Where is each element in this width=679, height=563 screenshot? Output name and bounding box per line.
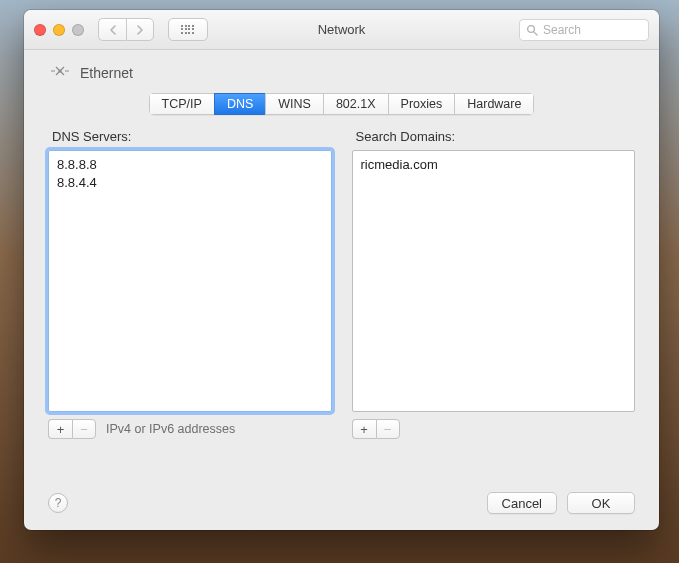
remove-search-domain-button[interactable]: − xyxy=(376,419,400,439)
tab-proxies[interactable]: Proxies xyxy=(388,93,455,115)
dns-servers-column: DNS Servers: 8.8.8.88.8.4.4 + − IPv4 or … xyxy=(48,129,332,440)
tab-wins[interactable]: WINS xyxy=(265,93,323,115)
help-button[interactable]: ? xyxy=(48,493,68,513)
svg-point-2 xyxy=(58,69,61,72)
remove-dns-server-button[interactable]: − xyxy=(72,419,96,439)
search-domains-column: Search Domains: ricmedia.com + − xyxy=(352,129,636,440)
nav-back-forward xyxy=(98,18,154,41)
forward-button[interactable] xyxy=(126,18,154,41)
footer: ? Cancel OK xyxy=(48,484,635,518)
search-input[interactable]: Search xyxy=(519,19,649,41)
back-button[interactable] xyxy=(98,18,126,41)
dns-hint: IPv4 or IPv6 addresses xyxy=(106,422,235,436)
tab-hardware[interactable]: Hardware xyxy=(454,93,534,115)
tab-bar: TCP/IPDNSWINS802.1XProxiesHardware xyxy=(48,93,635,115)
search-placeholder: Search xyxy=(543,23,581,37)
content: Ethernet TCP/IPDNSWINS802.1XProxiesHardw… xyxy=(24,50,659,530)
list-item[interactable]: 8.8.4.4 xyxy=(57,174,323,192)
window-controls xyxy=(34,24,84,36)
tab-8021x[interactable]: 802.1X xyxy=(323,93,388,115)
list-item[interactable]: ricmedia.com xyxy=(361,156,627,174)
minimize-icon[interactable] xyxy=(53,24,65,36)
dns-servers-add-remove: + − xyxy=(48,419,96,439)
search-icon xyxy=(526,24,538,36)
svg-line-1 xyxy=(534,31,537,34)
grid-icon xyxy=(181,25,195,35)
dns-servers-label: DNS Servers: xyxy=(52,129,332,144)
dns-servers-list[interactable]: 8.8.8.88.8.4.4 xyxy=(48,150,332,412)
breadcrumb-label: Ethernet xyxy=(80,65,133,81)
search-domains-list[interactable]: ricmedia.com xyxy=(352,150,636,412)
search-domains-add-remove: + − xyxy=(352,419,400,439)
cancel-button[interactable]: Cancel xyxy=(487,492,557,514)
dns-panel: DNS Servers: 8.8.8.88.8.4.4 + − IPv4 or … xyxy=(48,123,635,518)
tab-dns[interactable]: DNS xyxy=(214,93,265,115)
search-domains-label: Search Domains: xyxy=(356,129,636,144)
show-all-button[interactable] xyxy=(168,18,208,41)
add-dns-server-button[interactable]: + xyxy=(48,419,72,439)
zoom-icon[interactable] xyxy=(72,24,84,36)
tab-tcpip[interactable]: TCP/IP xyxy=(149,93,214,115)
titlebar: Network Search xyxy=(24,10,659,50)
prefs-window: Network Search Ethernet TCP/IPDNSWINS802… xyxy=(24,10,659,530)
ethernet-icon xyxy=(50,64,70,81)
breadcrumb[interactable]: Ethernet xyxy=(48,62,635,93)
list-item[interactable]: 8.8.8.8 xyxy=(57,156,323,174)
add-search-domain-button[interactable]: + xyxy=(352,419,376,439)
ok-button[interactable]: OK xyxy=(567,492,635,514)
close-icon[interactable] xyxy=(34,24,46,36)
